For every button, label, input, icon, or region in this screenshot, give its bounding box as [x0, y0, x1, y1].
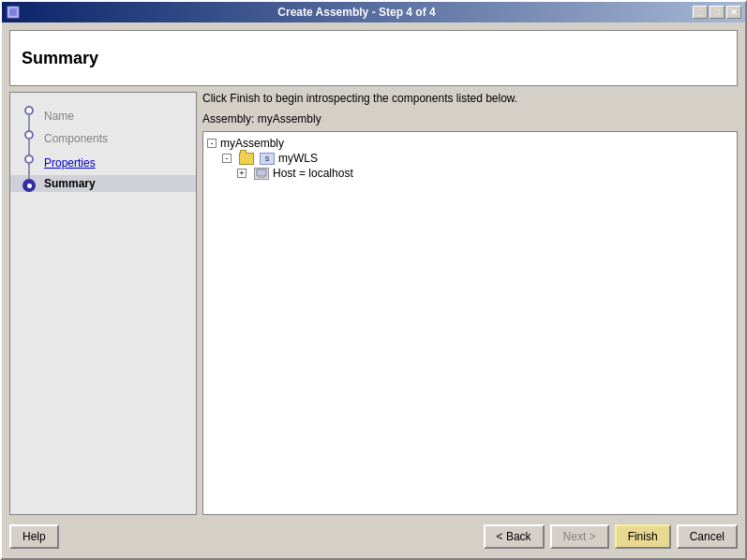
- footer: Help < Back Next > Finish Cancel: [9, 521, 738, 551]
- components-node: [24, 130, 34, 140]
- cancel-button[interactable]: Cancel: [677, 524, 738, 549]
- server-icon: S: [260, 153, 275, 165]
- mywls-label: myWLS: [278, 152, 318, 165]
- window-body: Summary Name: [2, 22, 745, 558]
- sidebar: Name Components: [9, 92, 197, 515]
- mywls-toggle[interactable]: -: [222, 154, 232, 163]
- window-title: Create Assembly - Step 4 of 4: [21, 6, 693, 19]
- minimize-button[interactable]: _: [693, 6, 708, 19]
- tree-node-host: + Host = localhost: [207, 166, 733, 181]
- page-title: Summary: [22, 49, 98, 68]
- host-icon: [254, 168, 269, 180]
- assembly-label: Assembly: myAssembly: [202, 112, 738, 125]
- svg-rect-1: [9, 8, 17, 16]
- footer-right: < Back Next > Finish Cancel: [484, 524, 738, 549]
- content-area: Click Finish to begin introspecting the …: [202, 92, 738, 515]
- svg-rect-2: [257, 169, 266, 176]
- host-toggle[interactable]: +: [237, 169, 247, 178]
- close-button[interactable]: ✕: [726, 6, 741, 19]
- main-window: Create Assembly - Step 4 of 4 _ □ ✕ Summ…: [0, 0, 747, 560]
- properties-node: [24, 155, 34, 164]
- main-area: Name Components: [9, 92, 738, 515]
- sidebar-item-properties[interactable]: Properties: [44, 156, 96, 169]
- finish-button[interactable]: Finish: [615, 524, 671, 549]
- next-button[interactable]: Next >: [550, 524, 609, 549]
- sidebar-item-name: Name: [44, 110, 74, 123]
- tree-node-mywls: - S myWLS: [207, 151, 733, 166]
- root-toggle[interactable]: -: [207, 139, 217, 148]
- window-controls: _ □ ✕: [693, 6, 741, 19]
- title-bar: Create Assembly - Step 4 of 4 _ □ ✕: [2, 2, 745, 22]
- name-node: [24, 106, 34, 115]
- sidebar-item-components: Components: [44, 132, 108, 145]
- footer-left: Help: [9, 524, 59, 549]
- tree-panel[interactable]: - myAssembly - S myWLS: [202, 131, 738, 515]
- back-button[interactable]: < Back: [484, 524, 545, 549]
- app-icon: [6, 5, 21, 20]
- host-label: Host = localhost: [273, 167, 353, 180]
- folder-icon: [239, 153, 254, 165]
- tree-node-root: - myAssembly: [207, 136, 733, 151]
- sidebar-items: Name Components: [10, 102, 196, 192]
- header-area: Summary: [9, 30, 738, 86]
- instruction-text: Click Finish to begin introspecting the …: [202, 92, 738, 105]
- root-label: myAssembly: [220, 137, 284, 150]
- summary-node: [22, 179, 36, 192]
- maximize-button[interactable]: □: [710, 6, 725, 19]
- sidebar-item-summary: Summary: [44, 177, 96, 190]
- svg-rect-4: [258, 177, 265, 178]
- help-button[interactable]: Help: [9, 524, 59, 549]
